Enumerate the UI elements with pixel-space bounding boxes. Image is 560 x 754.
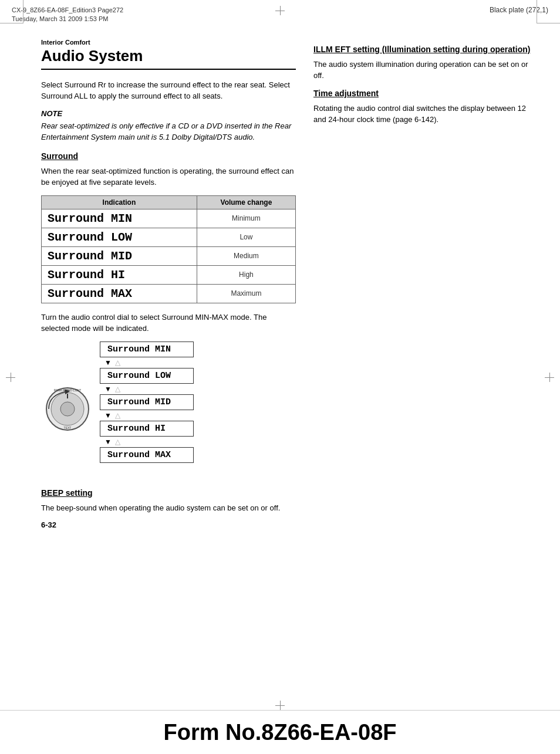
note-text: Rear seat-optimized is only effective if…	[41, 120, 296, 143]
table-cell-volume: Medium	[197, 246, 295, 265]
up-arrow-icon: △	[115, 385, 120, 393]
time-text: Rotating the audio control dial switches…	[313, 103, 537, 126]
section-title: Audio System	[41, 47, 296, 65]
dial-svg: REAR AUDIO CONT TEXT	[44, 386, 91, 432]
down-arrow-icon: ▼	[104, 438, 112, 446]
surround-diagram-item: Surround MAX	[100, 447, 194, 463]
table-col1-header: Indication	[42, 195, 197, 209]
dial-text: Turn the audio control dial to select Su…	[41, 312, 296, 334]
bottom-bar: Form No.8Z66-EA-08F	[0, 710, 560, 754]
surround-diagram-item: Surround HI	[100, 421, 194, 437]
header-line1: CX-9_8Z66-EA-08F_Edition3 Page272	[12, 6, 123, 15]
table-cell-indication: Surround MIN	[42, 209, 197, 228]
up-arrow-icon: △	[115, 438, 120, 446]
surround-diagram-item: Surround MIN	[100, 342, 194, 357]
right-column: ILLM EFT setting (Illumination setting d…	[313, 39, 537, 530]
bottom-center-mark	[275, 701, 285, 710]
surround-table: Indication Volume change Surround MINMin…	[41, 195, 296, 303]
table-row: Surround LOWLow	[42, 228, 296, 246]
beep-section: BEEP setting The beep-sound when operati…	[41, 488, 296, 514]
form-number: Form No.8Z66-EA-08F	[164, 720, 397, 745]
corner-mark-tr	[537, 0, 560, 23]
beep-text: The beep-sound when operating the audio …	[41, 502, 296, 514]
svg-text:TEXT: TEXT	[64, 426, 72, 430]
top-center-mark	[275, 6, 285, 15]
table-cell-volume: High	[197, 265, 295, 284]
table-cell-volume: Maximum	[197, 284, 295, 303]
arrow-row: ▼△	[100, 357, 194, 368]
svg-point-2	[60, 402, 75, 416]
note-heading: NOTE	[41, 109, 296, 118]
illm-text: The audio system illumination during ope…	[313, 59, 537, 82]
table-cell-indication: Surround HI	[42, 265, 197, 284]
arrow-row: ▼△	[100, 384, 194, 394]
intro-text: Select Surround Rr to increase the surro…	[41, 79, 296, 102]
illm-heading: ILLM EFT setting (Illumination setting d…	[313, 45, 537, 54]
down-arrow-icon: ▼	[104, 385, 112, 393]
section-category: Interior Comfort	[41, 39, 296, 46]
time-heading: Time adjustment	[313, 89, 537, 98]
main-content: Interior Comfort Audio System Select Sur…	[0, 27, 560, 542]
arrow-row: ▼△	[100, 437, 194, 447]
table-cell-indication: Surround LOW	[42, 228, 197, 246]
left-column: Interior Comfort Audio System Select Sur…	[41, 39, 296, 530]
down-arrow-icon: ▼	[104, 359, 112, 367]
surround-list: Surround MIN▼△Surround LOW▼△Surround MID…	[100, 342, 194, 463]
diagram-area: REAR AUDIO CONT TEXT Surround MIN▼△Surro…	[41, 342, 296, 476]
section-rule	[41, 69, 296, 70]
beep-heading: BEEP setting	[41, 488, 296, 498]
table-row: Surround HIHigh	[42, 265, 296, 284]
corner-mark-tl	[0, 0, 23, 23]
dial-container: REAR AUDIO CONT TEXT	[41, 342, 94, 476]
table-cell-volume: Low	[197, 228, 295, 246]
surround-diagram-item: Surround MID	[100, 394, 194, 410]
table-cell-indication: Surround MID	[42, 246, 197, 265]
header-line2: Tuesday, March 31 2009 1:53 PM	[12, 15, 123, 23]
table-row: Surround MINMinimum	[42, 209, 296, 228]
header-left: CX-9_8Z66-EA-08F_Edition3 Page272 Tuesda…	[12, 6, 123, 24]
up-arrow-icon: △	[115, 359, 120, 367]
down-arrow-icon: ▼	[104, 411, 112, 420]
table-row: Surround MIDMedium	[42, 246, 296, 265]
left-center-mark	[6, 373, 15, 382]
surround-heading: Surround	[41, 151, 296, 161]
up-arrow-icon: △	[115, 411, 120, 420]
page-number: 6-32	[41, 520, 296, 529]
arrow-row: ▼△	[100, 410, 194, 421]
table-row: Surround MAXMaximum	[42, 284, 296, 303]
surround-body: When the rear seat-optimized function is…	[41, 165, 296, 188]
right-center-mark	[545, 373, 554, 382]
table-col2-header: Volume change	[197, 195, 295, 209]
table-cell-volume: Minimum	[197, 209, 295, 228]
surround-diagram-item: Surround LOW	[100, 368, 194, 384]
table-cell-indication: Surround MAX	[42, 284, 197, 303]
